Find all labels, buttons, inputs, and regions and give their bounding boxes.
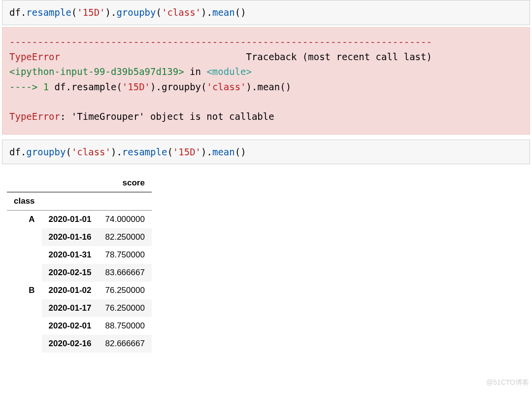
result-table: score class A2020-01-0174.0000002020-01-… (7, 174, 152, 353)
error-output: ----------------------------------------… (2, 27, 530, 135)
traceback-label: Traceback (most recent call last) (246, 51, 432, 62)
error-type-bottom: TypeError (9, 111, 60, 122)
row-index-date: 2020-01-16 (42, 228, 99, 246)
cell-score: 76.250000 (99, 282, 152, 299)
dataframe-output: score class A2020-01-0174.0000002020-01-… (0, 164, 532, 367)
cell-score: 78.750000 (99, 246, 152, 264)
table-row: B2020-01-0276.250000 (7, 282, 152, 299)
code-token: resample (122, 146, 167, 157)
code-cell-2[interactable]: df.groupby('class').resample('15D').mean… (2, 140, 530, 165)
code-token: resample (26, 7, 71, 18)
cell-score: 88.750000 (99, 317, 152, 335)
error-arrow-icon: ----> (9, 81, 43, 92)
row-index-class (7, 317, 42, 335)
row-index-date: 2020-01-31 (42, 246, 99, 264)
code-token: '15D' (173, 146, 201, 157)
table-row: 2020-02-1682.666667 (7, 335, 152, 353)
table-row: 2020-01-1682.250000 (7, 228, 152, 246)
cell-score: 82.666667 (99, 335, 152, 353)
error-type: TypeError (9, 51, 60, 62)
row-index-date: 2020-02-16 (42, 335, 99, 353)
module-ref: <module> (206, 66, 252, 77)
index-blank (7, 174, 42, 192)
error-message: : 'TimeGrouper' object is not callable (60, 111, 274, 122)
code-token: df (9, 146, 21, 157)
code-token: 'class' (71, 146, 111, 157)
table-row: A2020-01-0174.000000 (7, 211, 152, 229)
code-token: mean (212, 146, 235, 157)
index-blank (42, 174, 99, 192)
code-token: groupby (26, 146, 66, 157)
code-token: mean (212, 7, 235, 18)
row-index-class: A (7, 211, 42, 229)
table-row: 2020-02-1583.666667 (7, 264, 152, 282)
error-divider: ----------------------------------------… (9, 36, 432, 47)
column-header-score: score (99, 174, 152, 192)
code-cell-1[interactable]: df.resample('15D').groupby('class').mean… (2, 0, 530, 25)
cell-score: 83.666667 (99, 264, 152, 282)
row-index-class (7, 246, 42, 264)
row-index-class (7, 335, 42, 353)
row-index-date: 2020-02-15 (42, 264, 99, 282)
code-token: groupby (116, 7, 156, 18)
row-index-date: 2020-01-02 (42, 282, 99, 299)
cell-score: 82.250000 (99, 228, 152, 246)
table-row: 2020-01-3178.750000 (7, 246, 152, 264)
row-index-class (7, 264, 42, 282)
row-index-class: B (7, 282, 42, 299)
index-name-class: class (7, 192, 42, 211)
cell-score: 76.250000 (99, 299, 152, 317)
code-token: df (9, 7, 21, 18)
row-index-date: 2020-02-01 (42, 317, 99, 335)
row-index-date: 2020-01-17 (42, 299, 99, 317)
row-index-class (7, 299, 42, 317)
cell-score: 74.000000 (99, 211, 152, 229)
table-row: 2020-01-1776.250000 (7, 299, 152, 317)
line-number: 1 (43, 81, 49, 92)
code-token: '15D' (77, 7, 105, 18)
row-index-date: 2020-01-01 (42, 211, 99, 229)
code-token: 'class' (162, 7, 201, 18)
index-name-date (42, 192, 99, 211)
ipython-input-ref: <ipython-input-99-d39b5a97d139> (9, 66, 184, 77)
table-row: 2020-02-0188.750000 (7, 317, 152, 335)
row-index-class (7, 228, 42, 246)
